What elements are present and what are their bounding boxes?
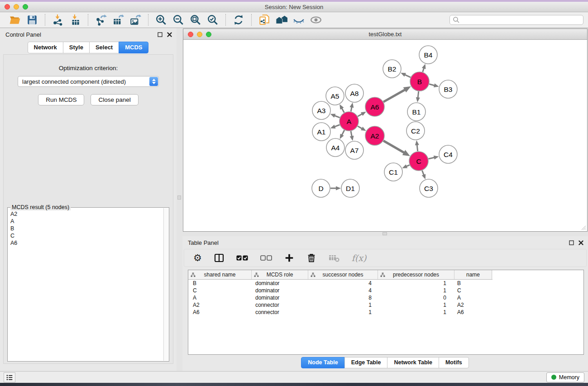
run-mcds-button[interactable]: Run MCDS [38, 94, 84, 105]
tab-edge-table[interactable]: Edge Table [344, 357, 388, 368]
cell-name[interactable]: A2 [454, 302, 492, 308]
select-all-columns-icon[interactable] [236, 255, 248, 261]
column-header-shared-name[interactable]: shared name [188, 270, 252, 279]
edge-C-C4[interactable] [428, 157, 435, 159]
cell-MCDS-role[interactable]: dominator [252, 280, 308, 286]
mcds-result-item[interactable]: C [10, 232, 163, 239]
import-table-icon[interactable] [69, 14, 81, 26]
home-icon[interactable] [276, 14, 287, 26]
cell-MCDS-role[interactable]: dominator [252, 295, 308, 301]
tab-node-table[interactable]: Node Table [301, 357, 344, 368]
divider-grip[interactable] [382, 232, 387, 235]
zoom-in-icon[interactable] [155, 14, 167, 26]
zoom-selected-icon[interactable] [207, 14, 219, 26]
table-row[interactable]: A2connector11A2 [188, 301, 583, 309]
duplicate-network-icon[interactable] [258, 14, 270, 26]
delete-column-trash-icon[interactable] [306, 253, 316, 263]
cell-successor-nodes[interactable]: 8 [308, 295, 378, 301]
cell-predecessor-nodes[interactable]: 1 [378, 302, 454, 308]
import-network-icon[interactable] [52, 14, 64, 26]
zoom-fit-icon[interactable] [190, 14, 201, 26]
cell-predecessor-nodes[interactable]: 1 [378, 309, 454, 315]
cell-successor-nodes[interactable]: 4 [308, 280, 378, 286]
node-table[interactable]: shared nameMCDS rolesuccessor nodesprede… [188, 270, 584, 355]
tab-network-table[interactable]: Network Table [387, 357, 439, 368]
cell-shared-name[interactable]: B [188, 280, 252, 286]
mcds-result-scrollbar[interactable] [163, 208, 168, 361]
mcds-result-item[interactable]: A [10, 218, 163, 225]
cell-predecessor-nodes[interactable]: 1 [378, 287, 454, 294]
hide-panel-eye-icon[interactable] [293, 14, 305, 26]
vertical-split-divider[interactable] [177, 28, 182, 371]
network-graph[interactable]: B4B2BB3A8A5A6A3B1AC2A1A2A4A7C4CC1C3DD1 [183, 40, 587, 231]
edge-B-B2[interactable] [404, 75, 411, 77]
column-header-name[interactable]: name [454, 270, 492, 279]
edge-A2-C[interactable] [383, 141, 405, 153]
column-header-successor-nodes[interactable]: successor nodes [308, 270, 378, 279]
table-row[interactable]: Cdominator41C [188, 287, 583, 294]
tab-mcds[interactable]: MCDS [119, 42, 148, 53]
edge-C-C2[interactable] [417, 144, 418, 151]
cell-successor-nodes[interactable]: 1 [308, 309, 378, 315]
edge-A6-B[interactable] [383, 90, 406, 102]
mcds-result-item[interactable]: B [10, 225, 163, 232]
float-panel-icon[interactable] [158, 32, 163, 37]
tab-network[interactable]: Network [28, 42, 63, 53]
cell-MCDS-role[interactable]: dominator [252, 287, 308, 294]
edge-B-B1[interactable] [418, 91, 419, 98]
table-settings-gear-icon[interactable]: ⚙ [193, 253, 202, 262]
show-panel-eye-icon[interactable] [310, 14, 322, 26]
network-canvas[interactable]: B4B2BB3A8A5A6A3B1AC2A1A2A4A7C4CC1C3DD1 [183, 40, 587, 231]
horizontal-split-divider[interactable] [182, 232, 588, 236]
cell-predecessor-nodes[interactable]: 1 [378, 280, 454, 286]
cell-name[interactable]: C [454, 287, 492, 294]
float-panel-icon[interactable] [569, 240, 574, 245]
network-window-titlebar[interactable]: testGlobe.txt [183, 29, 587, 40]
close-panel-icon[interactable] [578, 240, 583, 245]
cell-shared-name[interactable]: A [188, 295, 252, 301]
arrowhead [416, 97, 420, 102]
cell-shared-name[interactable]: A6 [188, 309, 252, 315]
cell-shared-name[interactable]: A2 [188, 302, 252, 308]
cell-successor-nodes[interactable]: 4 [308, 287, 378, 294]
divider-grip[interactable] [177, 195, 181, 200]
column-type-icon [191, 272, 196, 279]
zoom-out-icon[interactable] [172, 14, 184, 26]
cell-name[interactable]: B [454, 280, 492, 286]
tab-style[interactable]: Style [63, 42, 90, 53]
node-label-A8: A8 [350, 90, 359, 97]
window-resize-grip[interactable] [581, 225, 586, 230]
cell-successor-nodes[interactable]: 1 [308, 302, 378, 308]
cell-name[interactable]: A6 [454, 309, 492, 315]
refresh-icon[interactable] [233, 14, 244, 26]
unselect-all-columns-icon[interactable] [260, 255, 272, 261]
criterion-select[interactable]: largest connected component (directed) [18, 76, 159, 87]
export-network-icon[interactable] [95, 14, 107, 26]
task-history-button[interactable] [4, 372, 15, 382]
column-header-predecessor-nodes[interactable]: predecessor nodes [378, 270, 454, 279]
cell-name[interactable]: A [454, 295, 492, 301]
close-panel-button[interactable]: Close panel [91, 94, 138, 105]
memory-button[interactable]: Memory [546, 372, 584, 382]
tab-motifs[interactable]: Motifs [439, 357, 469, 368]
table-row[interactable]: Adominator80A [188, 294, 583, 301]
cell-MCDS-role[interactable]: connector [252, 302, 308, 308]
export-image-icon[interactable] [129, 14, 141, 26]
save-icon[interactable] [26, 14, 38, 26]
mcds-result-item[interactable]: A2 [10, 210, 163, 218]
close-panel-icon[interactable] [167, 32, 172, 37]
show-columns-icon[interactable] [214, 253, 224, 263]
cell-predecessor-nodes[interactable]: 0 [378, 295, 454, 301]
search-input[interactable] [449, 15, 583, 25]
tab-select[interactable]: Select [89, 42, 119, 53]
create-column-plus-icon[interactable] [284, 253, 294, 263]
mcds-result-item[interactable]: A6 [10, 239, 163, 247]
export-table-icon[interactable] [112, 14, 124, 26]
table-row[interactable]: Bdominator41B [188, 280, 583, 287]
column-header-MCDS-role[interactable]: MCDS role [252, 270, 308, 279]
table-row[interactable]: A6connector11A6 [188, 309, 583, 316]
cell-shared-name[interactable]: C [188, 287, 252, 294]
cell-MCDS-role[interactable]: connector [252, 309, 308, 315]
edge-A-A3[interactable] [334, 115, 340, 118]
open-folder-icon[interactable] [9, 14, 21, 26]
